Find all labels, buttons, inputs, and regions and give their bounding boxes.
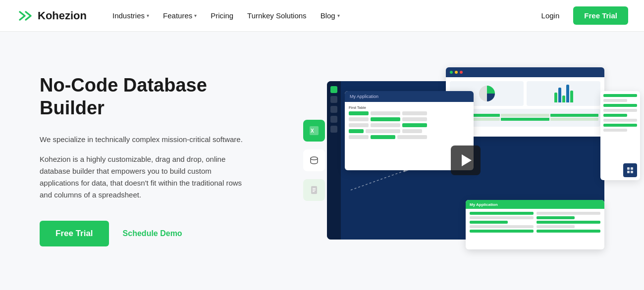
excel-icon: X: [303, 120, 325, 142]
window-dot: [460, 71, 463, 74]
side-dot: [330, 86, 337, 93]
logo-link[interactable]: Kohezion: [16, 7, 87, 25]
chevron-down-icon: ▾: [337, 13, 340, 18]
bar-chart: [527, 81, 600, 106]
database-icon: [303, 149, 325, 171]
nav-free-trial-button[interactable]: Free Trial: [573, 6, 628, 25]
left-icon-boxes: X: [303, 120, 325, 201]
hero-image: X: [277, 81, 604, 240]
side-dot: [330, 126, 337, 133]
hero-section: No-Code Database Builder We specialize i…: [0, 32, 644, 289]
nav-right: Login Free Trial: [536, 6, 628, 25]
hero-subtitle: We specialize in technically complex mis…: [40, 134, 248, 145]
hero-schedule-demo-button[interactable]: Schedule Demo: [123, 229, 182, 238]
window-center-header: My Application: [345, 91, 474, 102]
window-br-header: My Application: [466, 200, 604, 209]
app-icon: [623, 163, 637, 177]
mockup-background: My Application First Table: [327, 81, 604, 240]
hero-buttons: Free Trial Schedule Demo: [40, 221, 248, 246]
logo-text: Kohezion: [38, 9, 87, 22]
play-icon: [462, 154, 472, 166]
navbar: Kohezion Industries ▾ Features ▾ Pricing…: [0, 0, 644, 32]
logo-icon: [16, 7, 34, 25]
window-far-right: [600, 91, 640, 180]
window-br-title: My Application: [470, 202, 498, 207]
window-br-body: [466, 209, 604, 237]
hero-free-trial-button[interactable]: Free Trial: [40, 221, 109, 246]
nav-item-features[interactable]: Features ▾: [157, 7, 203, 24]
nav-item-industries[interactable]: Industries ▾: [107, 7, 155, 24]
play-button[interactable]: [451, 145, 481, 175]
window-dot: [450, 71, 453, 74]
hero-title: No-Code Database Builder: [40, 74, 248, 119]
login-link[interactable]: Login: [536, 7, 566, 24]
hero-mockup: X: [327, 81, 604, 240]
hero-description: Kohezion is a highly customizable, drag …: [40, 153, 248, 201]
nav-item-turnkey[interactable]: Turnkey Solutions: [241, 7, 313, 24]
window-header: [446, 67, 604, 77]
svg-point-3: [311, 157, 318, 160]
window-center-body: First Table: [345, 102, 474, 145]
svg-text:X: X: [311, 128, 314, 134]
window-bottom-right: My Application: [466, 200, 604, 249]
hero-content: No-Code Database Builder We specialize i…: [40, 74, 248, 246]
chevron-down-icon: ▾: [194, 13, 197, 18]
svg-rect-18: [631, 171, 633, 173]
side-dot: [330, 116, 337, 123]
window-center-title: My Application: [350, 94, 378, 99]
svg-rect-15: [627, 167, 630, 170]
document-icon: [303, 179, 325, 201]
side-dot: [330, 106, 337, 113]
chevron-down-icon: ▾: [147, 13, 149, 18]
window-dot: [455, 71, 458, 74]
nav-item-pricing[interactable]: Pricing: [205, 7, 239, 24]
svg-rect-17: [627, 171, 630, 173]
svg-line-10: [351, 170, 406, 190]
svg-rect-16: [631, 167, 633, 170]
side-panel: [327, 81, 341, 240]
side-dot: [330, 96, 337, 103]
nav-item-blog[interactable]: Blog ▾: [315, 7, 346, 24]
nav-links: Industries ▾ Features ▾ Pricing Turnkey …: [107, 7, 536, 24]
